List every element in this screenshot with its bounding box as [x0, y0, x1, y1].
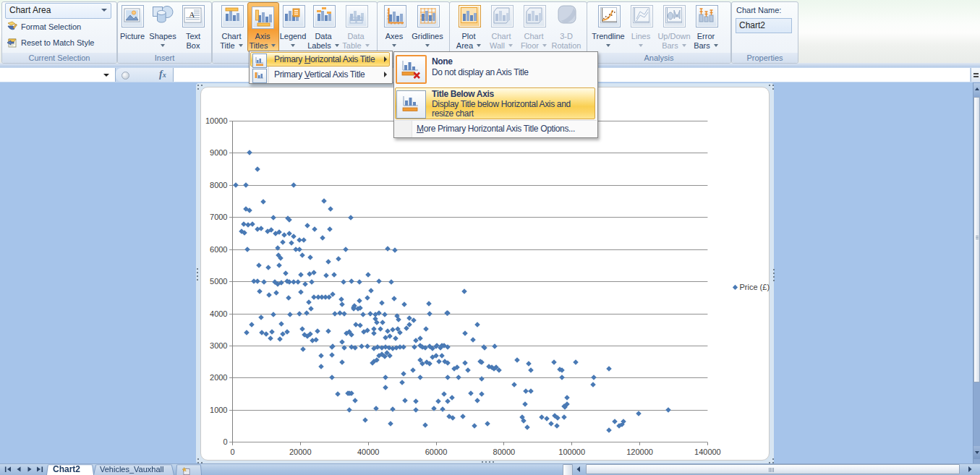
svg-text:2000: 2000: [210, 373, 227, 382]
svg-text:7000: 7000: [210, 213, 227, 221]
svg-text:8000: 8000: [210, 181, 227, 189]
svg-text:6000: 6000: [210, 245, 227, 254]
svg-text:Price (£): Price (£): [740, 283, 770, 291]
svg-text:20000: 20000: [289, 448, 312, 456]
svg-text:140000: 140000: [694, 448, 721, 456]
svg-text:0: 0: [230, 448, 234, 456]
svg-text:0: 0: [223, 437, 227, 446]
svg-text:60000: 60000: [425, 448, 448, 456]
svg-text:5000: 5000: [210, 277, 227, 286]
svg-text:10000: 10000: [205, 116, 228, 125]
svg-text:9000: 9000: [210, 148, 227, 157]
svg-text:40000: 40000: [357, 448, 380, 456]
svg-text:3000: 3000: [210, 341, 227, 350]
svg-text:4000: 4000: [210, 309, 227, 318]
svg-text:120000: 120000: [626, 448, 653, 456]
svg-text:100000: 100000: [558, 448, 585, 456]
svg-text:80000: 80000: [493, 448, 516, 456]
svg-text:1000: 1000: [210, 406, 227, 414]
